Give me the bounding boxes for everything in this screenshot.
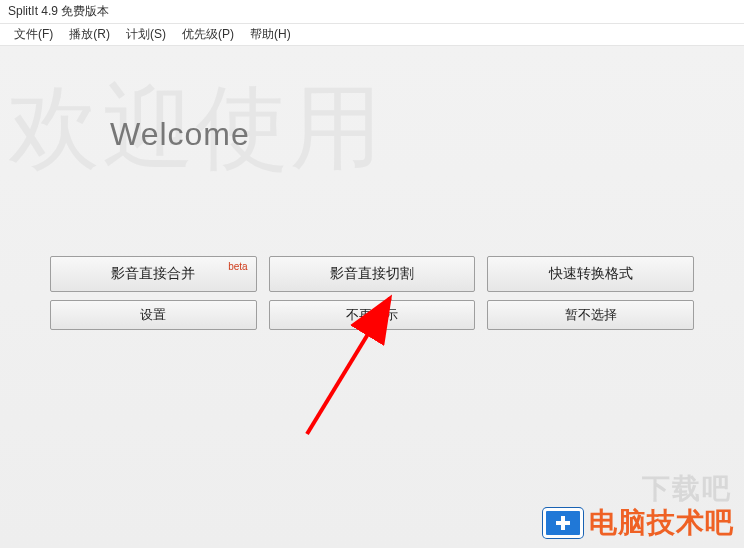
menu-plan-label: 计划(S) bbox=[126, 27, 166, 41]
split-av-label: 影音直接切割 bbox=[330, 265, 414, 283]
settings-button[interactable]: 设置 bbox=[50, 300, 257, 330]
menubar: 文件(F) 播放(R) 计划(S) 优先级(P) 帮助(H) bbox=[0, 24, 744, 46]
welcome-heading: Welcome bbox=[110, 116, 250, 153]
menu-plan[interactable]: 计划(S) bbox=[118, 24, 174, 45]
watermark: 电脑技术吧 bbox=[543, 504, 734, 542]
menu-file-label: 文件(F) bbox=[14, 27, 53, 41]
dont-show-again-label: 不再显示 bbox=[346, 306, 398, 324]
merge-av-button[interactable]: 影音直接合并 beta bbox=[50, 256, 257, 292]
settings-label: 设置 bbox=[140, 306, 166, 324]
menu-help-label: 帮助(H) bbox=[250, 27, 291, 41]
welcome-button-grid: 影音直接合并 beta 影音直接切割 快速转换格式 设置 不再显示 暂不选择 bbox=[50, 256, 694, 330]
merge-av-label: 影音直接合并 bbox=[111, 265, 195, 283]
menu-priority-label: 优先级(P) bbox=[182, 27, 234, 41]
convert-format-label: 快速转换格式 bbox=[549, 265, 633, 283]
window-title: SplitIt 4.9 免费版本 bbox=[8, 3, 109, 20]
dont-show-again-button[interactable]: 不再显示 bbox=[269, 300, 476, 330]
convert-format-button[interactable]: 快速转换格式 bbox=[487, 256, 694, 292]
watermark-logo-icon bbox=[543, 508, 583, 538]
client-area: 欢迎使用 Welcome 影音直接合并 beta 影音直接切割 快速转换格式 设… bbox=[0, 46, 744, 548]
menu-play-label: 播放(R) bbox=[69, 27, 110, 41]
menu-help[interactable]: 帮助(H) bbox=[242, 24, 299, 45]
menu-file[interactable]: 文件(F) bbox=[6, 24, 61, 45]
split-av-button[interactable]: 影音直接切割 bbox=[269, 256, 476, 292]
window-titlebar: SplitIt 4.9 免费版本 bbox=[0, 0, 744, 24]
menu-priority[interactable]: 优先级(P) bbox=[174, 24, 242, 45]
watermark-faint-text: 下载吧 bbox=[642, 470, 732, 508]
watermark-brand-text: 电脑技术吧 bbox=[589, 504, 734, 542]
beta-badge: beta bbox=[228, 261, 247, 272]
menu-play[interactable]: 播放(R) bbox=[61, 24, 118, 45]
skip-button[interactable]: 暂不选择 bbox=[487, 300, 694, 330]
skip-label: 暂不选择 bbox=[565, 306, 617, 324]
